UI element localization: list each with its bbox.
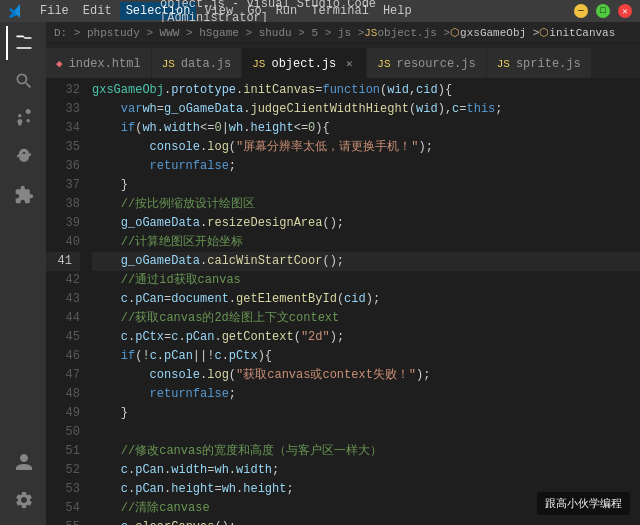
tab-data[interactable]: JS data.js: [152, 48, 243, 78]
code-line-45: c.pCtx=c.pCan.getContext("2d");: [92, 328, 640, 347]
js-icon-object: JS: [252, 58, 265, 70]
code-line-34: if(wh.width<=0|wh.height<=0){: [92, 119, 640, 138]
code-line-39: g_oGameData.resizeDesignArea();: [92, 214, 640, 233]
code-line-44: //获取canvas的2d绘图上下文context: [92, 309, 640, 328]
search-icon[interactable]: [6, 64, 40, 98]
tab-label-object: object.js: [271, 57, 336, 71]
vscode-logo: [8, 3, 24, 19]
tab-object[interactable]: JS object.js ✕: [242, 48, 367, 78]
maximize-button[interactable]: □: [596, 4, 610, 18]
js-icon-resource: JS: [377, 58, 390, 70]
tab-label-sprite: sprite.js: [516, 57, 581, 71]
code-line-55: c.clearCanvas();: [92, 518, 640, 525]
watermark: 跟高小伙学编程: [537, 492, 630, 515]
code-line-42: //通过id获取canvas: [92, 271, 640, 290]
code-line-50: [92, 423, 640, 442]
code-line-41: g_oGameData.calcWinStartCoor();: [92, 252, 640, 271]
tab-close-button[interactable]: ✕: [342, 57, 356, 71]
menu-edit[interactable]: Edit: [77, 2, 118, 20]
code-line-32: gxsGameObj.prototype.initCanvas=function…: [92, 81, 640, 100]
tab-label-data: data.js: [181, 57, 231, 71]
title-bar: File Edit Selection View Go Run Terminal…: [0, 0, 640, 22]
debug-icon[interactable]: [6, 140, 40, 174]
code-line-49: }: [92, 404, 640, 423]
code-line-36: return false;: [92, 157, 640, 176]
code-editor[interactable]: gxsGameObj.prototype.initCanvas=function…: [88, 79, 640, 525]
main-area: D: > phpstudy > WWW > hSgame > shudu > 5…: [46, 22, 640, 525]
code-line-48: return false;: [92, 385, 640, 404]
code-line-37: }: [92, 176, 640, 195]
close-button[interactable]: ✕: [618, 4, 632, 18]
window-controls: ─ □ ✕: [574, 4, 632, 18]
js-icon-sprite: JS: [497, 58, 510, 70]
html-icon: ◆: [56, 57, 63, 70]
extensions-icon[interactable]: [6, 178, 40, 212]
code-line-43: c.pCan=document.getElementById(cid);: [92, 290, 640, 309]
tab-sprite[interactable]: JS sprite.js: [487, 48, 592, 78]
js-icon-data: JS: [162, 58, 175, 70]
code-line-38: //按比例缩放设计绘图区: [92, 195, 640, 214]
code-line-51: //修改canvas的宽度和高度（与客户区一样大）: [92, 442, 640, 461]
editor-area[interactable]: 3233343536 37383940 41 4243444546 474849…: [46, 79, 640, 525]
code-line-40: //计算绝图区开始坐标: [92, 233, 640, 252]
minimize-button[interactable]: ─: [574, 4, 588, 18]
tab-label-index: index.html: [69, 57, 141, 71]
activity-bottom: [6, 445, 40, 525]
code-line-47: console.log("获取canvas或context失败！");: [92, 366, 640, 385]
code-line-52: c.pCan.width=wh.width;: [92, 461, 640, 480]
tab-resource[interactable]: JS resource.js: [367, 48, 486, 78]
settings-icon[interactable]: [6, 483, 40, 517]
tab-bar: ◆ index.html JS data.js JS object.js ✕ J…: [46, 44, 640, 79]
explorer-icon[interactable]: [6, 26, 40, 60]
tab-label-resource: resource.js: [396, 57, 475, 71]
source-control-icon[interactable]: [6, 102, 40, 136]
breadcrumb: D: > phpstudy > WWW > hSgame > shudu > 5…: [46, 22, 640, 44]
account-icon[interactable]: [6, 445, 40, 479]
tab-index[interactable]: ◆ index.html: [46, 48, 152, 78]
code-line-33: var wh=g_oGameData.judgeClientWidthHiegh…: [92, 100, 640, 119]
menu-file[interactable]: File: [34, 2, 75, 20]
code-line-46: if(!c.pCan||!c.pCtx){: [92, 347, 640, 366]
line-numbers: 3233343536 37383940 41 4243444546 474849…: [46, 79, 88, 525]
code-line-35: console.log("屏幕分辨率太低，请更换手机！");: [92, 138, 640, 157]
activity-bar: [0, 22, 46, 525]
